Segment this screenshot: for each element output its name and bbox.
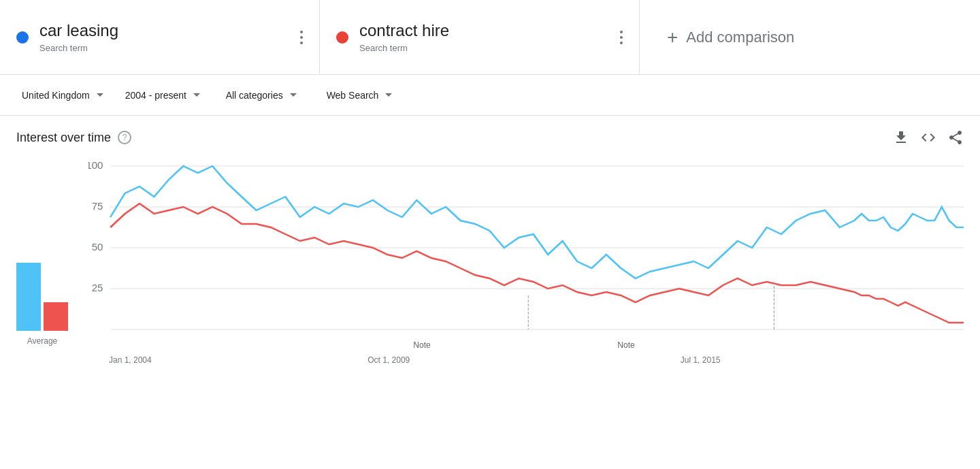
period-label: 2004 - present: [125, 90, 186, 101]
term2-text: contract hire Search term: [359, 21, 449, 53]
search-type-filter[interactable]: Web Search: [318, 86, 414, 105]
category-label: All categories: [226, 90, 283, 101]
x-label-1: Jan 1, 2004: [109, 355, 152, 365]
share-button[interactable]: [947, 129, 964, 146]
category-filter[interactable]: All categories: [218, 86, 313, 105]
download-button[interactable]: [893, 129, 909, 146]
bar-chart-side: Average: [16, 249, 68, 346]
main-content: Interest over time ?: [0, 116, 980, 378]
term2-label: contract hire: [359, 21, 449, 40]
embed-icon: [920, 129, 936, 146]
bar-blue: [16, 263, 41, 331]
region-filter[interactable]: United Kingdom: [14, 86, 112, 105]
search-terms-bar: car leasing Search term contract hire Se…: [0, 0, 980, 75]
category-arrow-icon: [290, 93, 297, 97]
chart-container: Average 100 75 50 25: [16, 159, 964, 365]
share-icon: [947, 129, 964, 146]
bar-red: [44, 302, 68, 331]
term1-sublabel: Search term: [39, 43, 118, 53]
term2-menu-button[interactable]: [620, 31, 623, 44]
term1-text: car leasing Search term: [39, 21, 118, 53]
add-comparison-button[interactable]: + Add comparison: [640, 0, 980, 74]
line-chart-wrapper: 100 75 50 25 Jan 1, 2004 Oct 1, 2009 Jul…: [88, 159, 964, 365]
period-arrow-icon: [193, 93, 200, 97]
term2-dot: [336, 31, 348, 44]
note-label-1: Note: [413, 340, 430, 350]
line-chart-svg: 100 75 50 25: [88, 159, 964, 350]
svg-text:75: 75: [92, 201, 103, 211]
term1-dots-icon: [300, 31, 303, 44]
section-title: Interest over time: [16, 131, 111, 145]
svg-text:50: 50: [92, 242, 103, 252]
section-header: Interest over time ?: [16, 129, 964, 146]
period-filter[interactable]: 2004 - present: [117, 86, 212, 105]
region-arrow-icon: [97, 93, 103, 97]
x-label-3: Jul 1, 2015: [681, 355, 721, 365]
plus-icon: +: [667, 27, 678, 48]
help-text: ?: [122, 133, 127, 142]
region-label: United Kingdom: [22, 90, 90, 101]
download-icon: [893, 129, 909, 146]
term1-dot: [16, 31, 29, 44]
note-label-2: Note: [617, 340, 634, 350]
svg-text:25: 25: [92, 282, 103, 293]
search-type-label: Web Search: [327, 90, 379, 101]
bars-group: [16, 249, 68, 331]
x-label-2: Oct 1, 2009: [368, 355, 410, 365]
search-type-arrow-icon: [385, 93, 392, 97]
term2-dots-icon: [620, 31, 623, 44]
average-label: Average: [27, 336, 57, 346]
filters-bar: United Kingdom 2004 - present All catego…: [0, 75, 980, 116]
term2-sublabel: Search term: [359, 43, 449, 53]
term1-label: car leasing: [39, 21, 118, 40]
search-term-2: contract hire Search term: [320, 0, 640, 74]
embed-button[interactable]: [920, 129, 936, 146]
help-icon[interactable]: ?: [118, 131, 131, 144]
section-title-group: Interest over time ?: [16, 131, 131, 145]
section-actions: [893, 129, 964, 146]
svg-text:100: 100: [88, 160, 103, 170]
search-term-1: car leasing Search term: [0, 0, 320, 74]
term1-menu-button[interactable]: [300, 31, 303, 44]
add-comparison-label: Add comparison: [686, 29, 794, 46]
